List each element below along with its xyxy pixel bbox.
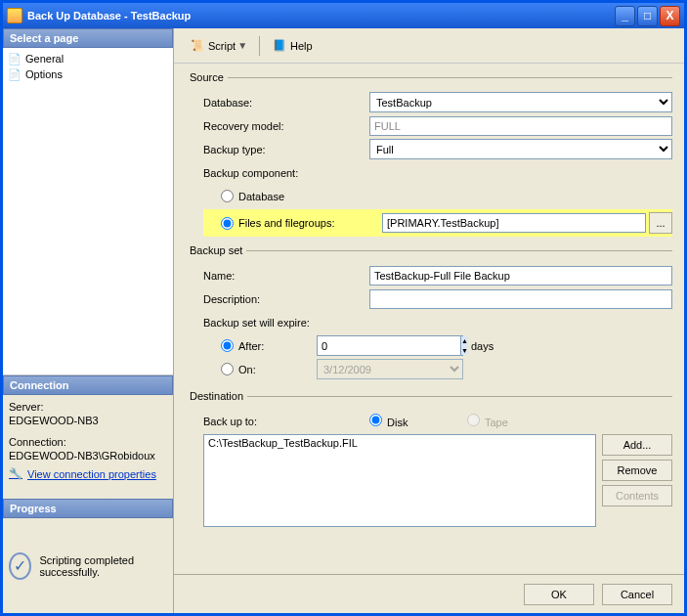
name-label: Name: — [203, 270, 369, 282]
disk-radio[interactable] — [369, 414, 382, 426]
after-spinner[interactable]: ▲ ▼ — [317, 335, 463, 356]
expire-label: Backup set will expire: — [203, 317, 369, 329]
backup-set-legend: Backup set — [186, 244, 246, 256]
destination-legend: Destination — [186, 390, 247, 402]
maximize-button[interactable]: □ — [637, 6, 658, 26]
minimize-button[interactable]: _ — [615, 6, 635, 26]
help-button[interactable]: 📘 Help — [266, 35, 319, 57]
help-label: Help — [290, 40, 313, 52]
app-icon — [7, 8, 22, 23]
destination-list[interactable]: C:\TestBackup_TestBackup.FIL — [203, 434, 596, 527]
titlebar: Back Up Database - TestBackup _ □ X — [3, 3, 684, 28]
description-field[interactable] — [369, 289, 672, 309]
script-label: Script — [208, 40, 236, 52]
progress-status: Scripting completed successfully. — [39, 554, 167, 578]
add-button[interactable]: Add... — [602, 434, 672, 456]
database-label: Database: — [203, 97, 369, 109]
select-page-header: Select a page — [3, 28, 173, 48]
tape-radio — [467, 414, 480, 426]
page-icon: 📄 — [7, 52, 22, 66]
after-radio[interactable] — [221, 339, 234, 352]
server-label: Server: — [9, 401, 167, 413]
ok-button[interactable]: OK — [524, 584, 594, 605]
script-button[interactable]: 📜 Script ▼ — [184, 35, 253, 57]
database-radio-label: Database — [238, 191, 284, 202]
help-icon: 📘 — [272, 38, 287, 54]
backup-component-label: Backup component: — [203, 167, 369, 179]
remove-button[interactable]: Remove — [602, 460, 672, 481]
connection-header: Connection — [3, 375, 173, 395]
description-label: Description: — [203, 293, 369, 305]
destination-path[interactable]: C:\TestBackup_TestBackup.FIL — [208, 437, 591, 449]
after-label: After: — [238, 340, 317, 352]
files-browse-button[interactable]: ... — [649, 212, 672, 234]
after-unit: days — [471, 340, 494, 352]
database-radio[interactable] — [221, 190, 234, 202]
files-radio[interactable] — [221, 217, 234, 230]
page-item-options[interactable]: 📄 Options — [7, 66, 169, 82]
progress-check-icon: ✓ — [9, 552, 31, 580]
page-icon: 📄 — [7, 67, 22, 81]
source-legend: Source — [186, 71, 228, 83]
tape-radio-label: Tape — [485, 417, 508, 428]
after-value[interactable] — [318, 336, 460, 355]
page-label: General — [25, 53, 64, 65]
script-icon: 📜 — [190, 38, 205, 54]
on-date-select: 3/12/2009 — [317, 359, 463, 379]
window-title: Back Up Database - TestBackup — [27, 10, 613, 22]
connection-value: EDGEWOOD-NB3\GRobidoux — [9, 450, 167, 462]
disk-radio-label: Disk — [387, 417, 408, 428]
files-radio-label: Files and filegroups: — [238, 217, 382, 229]
files-field[interactable] — [382, 213, 646, 233]
server-value: EDGEWOOD-NB3 — [9, 415, 167, 426]
page-list: 📄 General 📄 Options — [3, 48, 173, 375]
database-select[interactable]: TestBackup — [369, 92, 672, 112]
backup-to-label: Back up to: — [203, 416, 369, 427]
name-field[interactable] — [369, 266, 672, 286]
cancel-button[interactable]: Cancel — [602, 584, 672, 605]
page-item-general[interactable]: 📄 General — [7, 51, 169, 66]
properties-icon: 🔧 — [9, 467, 24, 481]
backup-type-select[interactable]: Full — [369, 139, 672, 159]
close-button[interactable]: X — [660, 6, 680, 26]
on-label: On: — [238, 364, 317, 375]
spinner-down-icon[interactable]: ▼ — [461, 346, 468, 356]
recovery-model-label: Recovery model: — [203, 120, 369, 132]
recovery-model-field — [369, 116, 672, 136]
progress-header: Progress — [3, 499, 173, 518]
on-radio[interactable] — [221, 363, 234, 375]
spinner-up-icon[interactable]: ▲ — [461, 336, 468, 346]
connection-label: Connection: — [9, 436, 167, 448]
view-connection-properties-link[interactable]: 🔧 View connection properties — [9, 467, 167, 481]
link-label: View connection properties — [27, 468, 156, 480]
contents-button: Contents — [602, 485, 672, 506]
page-label: Options — [25, 68, 63, 80]
backup-type-label: Backup type: — [203, 144, 369, 155]
chevron-down-icon: ▼ — [237, 40, 247, 51]
